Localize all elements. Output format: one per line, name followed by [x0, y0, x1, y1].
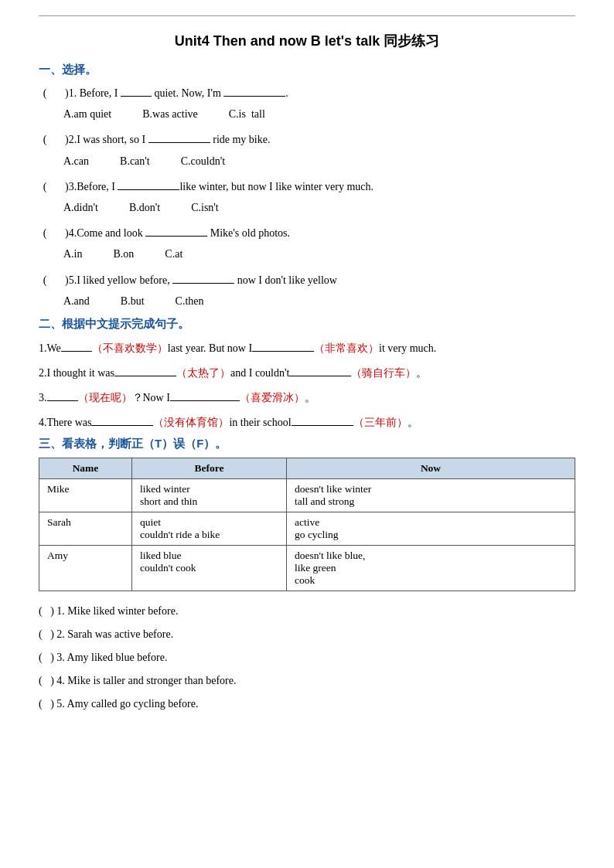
section-two: 二、根据中文提示完成句子。 1.We（不喜欢数学）last year. But … — [39, 317, 575, 434]
q1-options: A.am quiet B.was active C.is tall — [63, 104, 575, 124]
tf-q5-paren: ( — [39, 698, 43, 710]
q2-optB: B.can't — [120, 151, 150, 171]
amy-before: liked bluecouldn't cook — [132, 545, 287, 591]
q4-options: A.in B.on C.at — [63, 244, 575, 264]
tf-q1-paren: ( — [39, 605, 43, 617]
q2-optC: C.couldn't — [181, 151, 225, 171]
q5-text: )5.I liked yellow before, now I don't li… — [54, 271, 337, 290]
tf-q5: ( ) 5. Amy called go cycling before. — [39, 693, 575, 715]
tf-q4-paren: ( — [39, 675, 43, 686]
question-4: ( )4.Come and look Mike's old photos. A.… — [39, 223, 575, 264]
q2-text: )2.I was short, so I ride my bike. — [54, 130, 270, 149]
mike-now: doesn't like wintertall and strong — [287, 478, 575, 512]
q2-paren: ( — [39, 130, 51, 149]
tf-q2-paren: ( — [39, 628, 43, 640]
q3-optB: B.don't — [129, 198, 160, 217]
q3-text: )3.Before, I like winter, but now I like… — [54, 177, 374, 196]
q3-paren: ( — [39, 177, 51, 196]
fill-q2: 2.I thought it was（太热了）and I couldn't（骑自… — [39, 363, 575, 384]
q1-optA: A.am quiet — [63, 104, 111, 124]
tf-q3: ( ) 3. Amy liked blue before. — [39, 647, 575, 669]
q1-optB: B.was active — [142, 104, 198, 124]
q3-optA: A.didn't — [63, 198, 98, 217]
comparison-table-wrapper: Name Before Now Mike liked wintershort a… — [39, 458, 575, 591]
q4-text: )4.Come and look Mike's old photos. — [54, 223, 290, 243]
q5-optA: A.and — [63, 291, 90, 311]
q1-optC: C.is tall — [229, 104, 265, 124]
q4-optA: A.in — [63, 244, 83, 264]
tf-q2: ( ) 2. Sarah was active before. — [39, 624, 575, 645]
fill-q4: 4.There was（没有体育馆）in their school（三年前）。 — [39, 412, 575, 434]
q2-optA: A.can — [63, 151, 89, 171]
section-three-title: 三、看表格，判断正（T）误（F）。 — [39, 437, 575, 451]
page-title: Unit4 Then and now B let's talk 同步练习 — [39, 32, 575, 50]
col-name: Name — [39, 458, 132, 478]
sarah-before: quietcouldn't ride a bike — [132, 512, 287, 545]
tf-q1-text: ) 1. Mike liked winter before. — [50, 605, 178, 617]
question-2: ( )2.I was short, so I ride my bike. A.c… — [39, 130, 575, 170]
q4-paren: ( — [39, 223, 51, 243]
mike-before: liked wintershort and thin — [132, 478, 287, 512]
section-three: 三、看表格，判断正（T）误（F）。 Name Before Now Mike l… — [39, 437, 575, 715]
fill-q3: 3.（现在呢）？Now I（喜爱滑冰）。 — [39, 387, 575, 409]
tf-q5-text: ) 5. Amy called go cycling before. — [50, 698, 198, 710]
q1-paren: ( — [39, 83, 51, 103]
tf-q3-text: ) 3. Amy liked blue before. — [50, 652, 167, 663]
question-3: ( )3.Before, I like winter, but now I li… — [39, 177, 575, 217]
tf-q4-text: ) 4. Mike is taller and stronger than be… — [50, 675, 236, 686]
q4-optC: C.at — [165, 244, 182, 264]
col-before: Before — [132, 458, 287, 478]
mike-name: Mike — [39, 478, 132, 512]
table-row-amy: Amy liked bluecouldn't cook doesn't like… — [39, 545, 575, 591]
tf-q3-paren: ( — [39, 652, 43, 663]
amy-name: Amy — [39, 545, 132, 591]
table-row-mike: Mike liked wintershort and thin doesn't … — [39, 478, 575, 512]
top-divider — [39, 15, 575, 16]
section-one-title: 一、选择。 — [39, 63, 575, 77]
q2-options: A.can B.can't C.couldn't — [63, 151, 575, 171]
q3-options: A.didn't B.don't C.isn't — [63, 198, 575, 217]
question-1: ( )1. Before, I quiet. Now, I'm . A.am q… — [39, 83, 575, 124]
sarah-now: activego cycling — [287, 512, 575, 545]
tf-q2-text: ) 2. Sarah was active before. — [50, 628, 173, 640]
tf-q4: ( ) 4. Mike is taller and stronger than … — [39, 670, 575, 692]
q5-options: A.and B.but C.then — [63, 291, 575, 311]
q3-optC: C.isn't — [191, 198, 219, 217]
col-now: Now — [287, 458, 575, 478]
q5-paren: ( — [39, 271, 51, 290]
fill-q1: 1.We（不喜欢数学）last year. But now I（非常喜欢）it … — [39, 338, 575, 359]
q1-text: )1. Before, I quiet. Now, I'm . — [54, 83, 288, 103]
question-5: ( )5.I liked yellow before, now I don't … — [39, 271, 575, 311]
section-one: 一、选择。 ( )1. Before, I quiet. Now, I'm . … — [39, 63, 575, 311]
q5-optC: C.then — [176, 291, 204, 311]
table-row-sarah: Sarah quietcouldn't ride a bike activego… — [39, 512, 575, 545]
q5-optB: B.but — [121, 291, 145, 311]
comparison-table: Name Before Now Mike liked wintershort a… — [39, 458, 575, 591]
tf-q1: ( ) 1. Mike liked winter before. — [39, 601, 575, 622]
amy-now: doesn't like blue,like greencook — [287, 545, 575, 591]
q4-optB: B.on — [114, 244, 135, 264]
section-two-title: 二、根据中文提示完成句子。 — [39, 317, 575, 332]
sarah-name: Sarah — [39, 512, 132, 545]
